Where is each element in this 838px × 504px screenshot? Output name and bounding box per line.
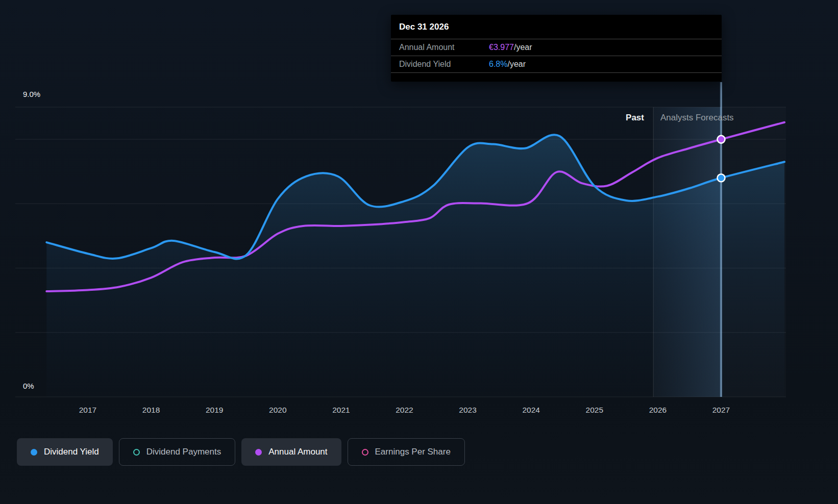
analysts-forecasts-label: Analysts Forecasts: [660, 113, 734, 123]
chart-legend: Dividend Yield Dividend Payments Annual …: [17, 438, 465, 466]
dividend-payments-swatch: [133, 449, 140, 456]
chart-tooltip: Dec 31 2026 Annual Amount €3.977/year Di…: [391, 15, 722, 82]
legend-item-dividend-payments[interactable]: Dividend Payments: [119, 438, 235, 466]
x-axis-tick: 2025: [577, 406, 612, 415]
legend-item-earnings-per-share[interactable]: Earnings Per Share: [348, 438, 465, 466]
dividend-chart: 9.0% 0% 20172018201920202021202220232024…: [0, 0, 838, 504]
x-axis-tick: 2018: [133, 406, 169, 415]
legend-label: Earnings Per Share: [375, 447, 451, 457]
tooltip-row-value: 6.8%: [489, 60, 507, 69]
tooltip-row-label: Dividend Yield: [399, 60, 489, 69]
legend-label: Dividend Yield: [44, 447, 99, 457]
x-axis-tick: 2017: [70, 406, 106, 415]
x-axis-tick: 2020: [260, 406, 295, 415]
annual-amount-swatch: [255, 449, 262, 456]
x-axis-tick: 2026: [640, 406, 676, 415]
x-axis-tick: 2021: [323, 406, 359, 415]
x-axis-tick: 2019: [196, 406, 232, 415]
dividend-yield-swatch: [31, 449, 37, 456]
x-axis-tick: 2022: [387, 406, 423, 415]
tooltip-row-unit: /year: [507, 60, 526, 69]
tooltip-row-unit: /year: [514, 43, 532, 52]
tooltip-row-dividend-yield: Dividend Yield 6.8%/year: [391, 56, 722, 73]
legend-item-annual-amount[interactable]: Annual Amount: [241, 438, 341, 466]
legend-item-dividend-yield[interactable]: Dividend Yield: [17, 438, 113, 466]
tooltip-row-value: €3.977: [489, 43, 514, 52]
earnings-per-share-swatch: [362, 449, 368, 456]
y-axis-label-min: 0%: [23, 382, 34, 390]
tooltip-date: Dec 31 2026: [391, 15, 722, 39]
tooltip-row-label: Annual Amount: [399, 43, 489, 52]
tooltip-row-annual-amount: Annual Amount €3.977/year: [391, 39, 722, 56]
x-axis-tick: 2024: [513, 406, 549, 415]
legend-label: Annual Amount: [268, 447, 327, 457]
x-axis-tick: 2027: [703, 406, 739, 415]
legend-label: Dividend Payments: [146, 447, 221, 457]
past-label: Past: [626, 113, 644, 123]
x-axis-tick: 2023: [450, 406, 486, 415]
y-axis-label-max: 9.0%: [23, 90, 40, 98]
